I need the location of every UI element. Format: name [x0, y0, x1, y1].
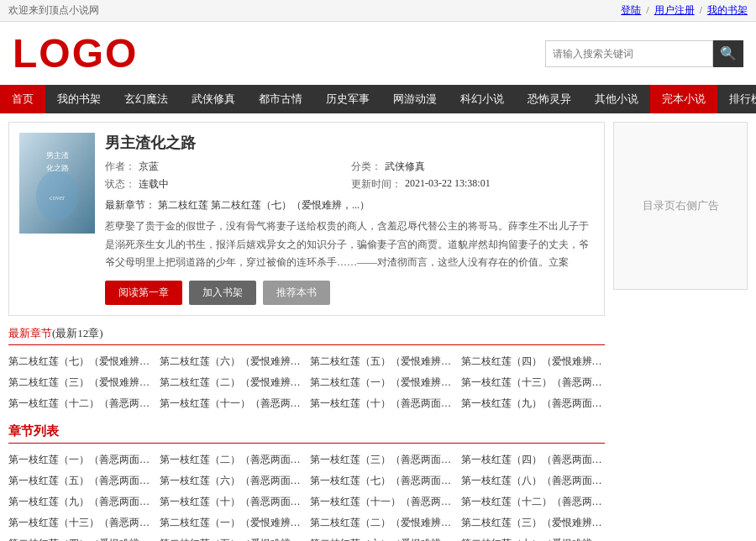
recommend-button[interactable]: 推荐本书: [263, 281, 330, 305]
list-item[interactable]: 第一枝红莲（十一）（善恶两面，...）: [160, 394, 304, 413]
svg-text:cover: cover: [50, 194, 65, 202]
category-row: 分类： 武侠修真: [351, 160, 594, 174]
list-item[interactable]: 第一枝红莲（六）（善恶两面，...）: [160, 471, 304, 491]
nav-item-city[interactable]: 都市古情: [247, 85, 314, 113]
nav-item-horror[interactable]: 恐怖灵异: [516, 85, 583, 113]
list-item[interactable]: 第一枝红莲（一）（善恶两面，...）: [8, 450, 153, 470]
status-label: 状态：: [105, 177, 135, 192]
list-item[interactable]: 第二枝红莲（五）（爱恨难辨，...）: [160, 534, 304, 541]
status-row: 状态： 连载中: [105, 177, 348, 192]
list-item[interactable]: 第二枝红莲（一）（爱恨难辨，...）: [310, 373, 454, 392]
author-value: 京蓝: [139, 160, 159, 174]
list-item[interactable]: 第一枝红莲（九）（善恶两面，...）: [461, 394, 606, 413]
list-item[interactable]: 第二枝红莲（一）（爱恨难辨，...）: [160, 513, 304, 533]
list-item[interactable]: 第一枝红莲（十三）（善恶两面，...）: [8, 513, 153, 533]
book-meta: 作者： 京蓝 分类： 武侠修真 状态： 连载中 更新时间： 2021-03-22…: [105, 160, 594, 192]
list-item[interactable]: 第二枝红莲（六）（爱恨难辨，...）: [310, 534, 454, 541]
list-item[interactable]: 第二枝红莲（四）（爱恨难辨，...）: [8, 534, 153, 541]
list-item[interactable]: 第一枝红莲（九）（善恶两面，...）: [8, 492, 153, 512]
category-value: 武侠修真: [385, 160, 425, 174]
book-cover: 男主渣 化之路 cover: [19, 133, 95, 234]
login-link[interactable]: 登陆: [621, 4, 641, 16]
search-box: 🔍: [545, 40, 743, 67]
book-description: 惹孽娶了贵于金的假世子，没有骨气将妻子送给权贵的商人，含羞忍辱代替公主的将哥马。…: [105, 218, 594, 272]
chapter-list-title: 章节列表: [8, 423, 605, 444]
main-content: 男主渣 化之路 cover 男主渣化之路 作者： 京蓝 分类：: [0, 113, 756, 541]
latest-chapter-row: 最新章节： 第二枝红莲 第二枝红莲（七）（爱恨难辨，...）: [105, 198, 594, 213]
read-first-chapter-button[interactable]: 阅读第一章: [105, 281, 182, 305]
list-item[interactable]: 第一枝红莲（十二）（善恶两面，...）: [8, 394, 153, 413]
update-row: 更新时间： 2021-03-22 13:38:01: [351, 177, 594, 192]
list-item[interactable]: 第一枝红莲（八）（善恶两面，...）: [461, 471, 606, 491]
list-item[interactable]: 第二枝红莲（七）（爱恨难辨，...）: [461, 534, 606, 541]
nav-item-shelf[interactable]: 我的书架: [45, 85, 113, 113]
latest-value: 第二枝红莲 第二枝红莲（七）（爱恨难辨，...）: [158, 199, 370, 211]
top-bar: 欢迎来到顶点小说网 登陆 / 用户注册 / 我的书架: [0, 0, 756, 22]
list-item[interactable]: 第二枝红莲（六）（爱恨难辨，...）: [160, 352, 304, 371]
nav-item-ranking[interactable]: 排行榜: [717, 85, 756, 113]
list-item[interactable]: 第二枝红莲（五）（爱恨难辨，...）: [310, 352, 454, 371]
top-links: 登陆 / 用户注册 / 我的书架: [621, 3, 748, 18]
sidebar: 目录页右侧广告: [613, 122, 748, 541]
nav-item-home[interactable]: 首页: [0, 85, 45, 113]
update-label: 更新时间：: [351, 177, 402, 192]
svg-text:男主渣: 男主渣: [46, 151, 69, 160]
add-to-shelf-button[interactable]: 加入书架: [189, 281, 256, 305]
book-details: 男主渣化之路 作者： 京蓝 分类： 武侠修真 状态： 连载中: [105, 133, 594, 305]
list-item[interactable]: 第一枝红莲（二）（善恶两面，...）: [160, 450, 304, 470]
latest-chapters-section: 最新章节(最新12章) 第二枝红莲（七）（爱恨难辨，...） 第二枝红莲（六）（…: [8, 326, 605, 413]
nav-item-history[interactable]: 历史军事: [314, 85, 381, 113]
book-info-panel: 男主渣 化之路 cover 男主渣化之路 作者： 京蓝 分类：: [8, 122, 605, 316]
welcome-text: 欢迎来到顶点小说网: [8, 3, 99, 18]
category-label: 分类：: [351, 160, 381, 174]
list-item[interactable]: 第一枝红莲（七）（善恶两面，...）: [310, 471, 454, 491]
list-item[interactable]: 第二枝红莲（三）（爱恨难辨，...）: [461, 513, 606, 533]
list-item[interactable]: 第二枝红莲（二）（爱恨难辨，...）: [310, 513, 454, 533]
chapter-list-grid: 第一枝红莲（一）（善恶两面，...） 第一枝红莲（二）（善恶两面，...） 第一…: [8, 450, 605, 541]
author-label: 作者：: [105, 160, 135, 174]
list-item[interactable]: 第一枝红莲（五）（善恶两面，...）: [8, 471, 153, 491]
sidebar-ad: 目录页右侧广告: [613, 122, 748, 290]
latest-chapters-title: 最新章节(最新12章): [8, 326, 605, 345]
list-item[interactable]: 第二枝红莲（三）（爱恨难辨，...）: [8, 373, 153, 392]
search-button[interactable]: 🔍: [713, 40, 743, 67]
list-item[interactable]: 第二枝红莲（四）（爱恨难辨，...）: [461, 352, 606, 371]
list-item[interactable]: 第二枝红莲（二）（爱恨难辨，...）: [160, 373, 304, 392]
list-item[interactable]: 第一枝红莲（十一）（善恶两面，...）: [310, 492, 454, 512]
nav-item-fantasy[interactable]: 玄幻魔法: [113, 85, 180, 113]
book-actions: 阅读第一章 加入书架 推荐本书: [105, 281, 594, 305]
latest-label: 最新章节：: [105, 199, 155, 211]
list-item[interactable]: 第一枝红莲（十三）（善恶两面，...）: [461, 373, 606, 392]
list-item[interactable]: 第一枝红莲（三）（善恶两面，...）: [310, 450, 454, 470]
shelf-link[interactable]: 我的书架: [707, 4, 748, 16]
search-input[interactable]: [545, 40, 713, 67]
list-item[interactable]: 第一枝红莲（十）（善恶两面，...）: [160, 492, 304, 512]
book-title: 男主渣化之路: [105, 133, 594, 153]
list-item[interactable]: 第一枝红莲（四）（善恶两面，...）: [461, 450, 606, 470]
logo: LOGO: [13, 30, 138, 76]
nav-item-martial[interactable]: 武侠修真: [180, 85, 247, 113]
latest-chapter-grid: 第二枝红莲（七）（爱恨难辨，...） 第二枝红莲（六）（爱恨难辨，...） 第二…: [8, 352, 605, 413]
list-item[interactable]: 第一枝红莲（十二）（善恶两面，...）: [461, 492, 606, 512]
nav-bar: 首页 我的书架 玄幻魔法 武侠修真 都市古情 历史军事 网游动漫 科幻小说 恐怖…: [0, 85, 756, 113]
chapter-list-section: 章节列表 第一枝红莲（一）（善恶两面，...） 第一枝红莲（二）（善恶两面，..…: [8, 423, 605, 541]
status-value: 连载中: [139, 177, 169, 192]
content-area: 男主渣 化之路 cover 男主渣化之路 作者： 京蓝 分类：: [8, 122, 605, 541]
author-row: 作者： 京蓝: [105, 160, 348, 174]
update-value: 2021-03-22 13:38:01: [405, 177, 491, 192]
header: LOGO 🔍: [0, 22, 756, 85]
nav-item-other[interactable]: 其他小说: [583, 85, 650, 113]
nav-item-games[interactable]: 网游动漫: [381, 85, 449, 113]
register-link[interactable]: 用户注册: [654, 4, 695, 16]
list-item[interactable]: 第一枝红莲（十）（善恶两面，...）: [310, 394, 454, 413]
list-item[interactable]: 第二枝红莲（七）（爱恨难辨，...）: [8, 352, 153, 371]
nav-item-complete[interactable]: 完本小说: [650, 85, 717, 113]
nav-item-scifi[interactable]: 科幻小说: [449, 85, 516, 113]
